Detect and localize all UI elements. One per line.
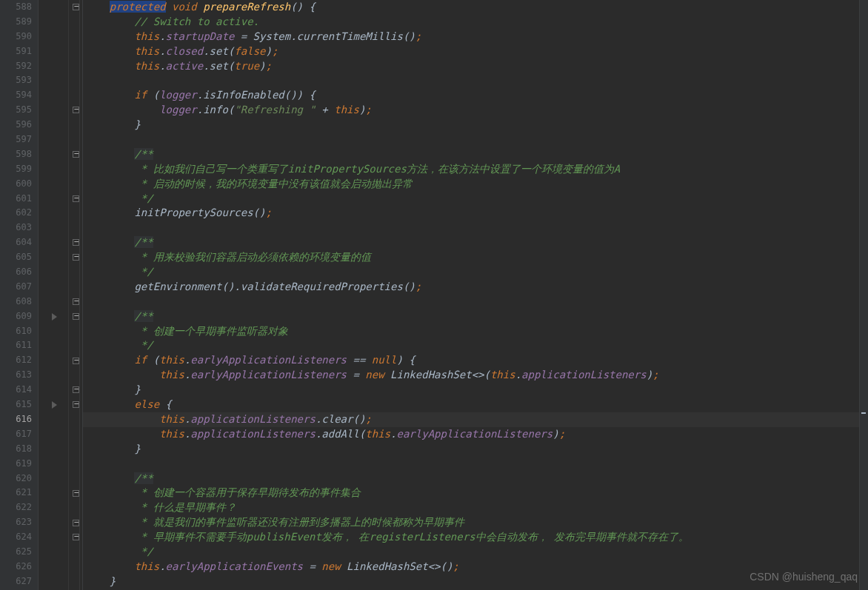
code-line[interactable] xyxy=(83,457,868,472)
line-number[interactable]: 617 xyxy=(0,427,32,442)
bookmark-icon[interactable] xyxy=(52,401,57,409)
code-line[interactable]: */ xyxy=(83,338,868,353)
line-number[interactable]: 611 xyxy=(0,338,32,353)
code-line[interactable]: protected void prepareRefresh() { xyxy=(83,0,868,15)
line-number[interactable]: 610 xyxy=(0,324,32,339)
code-line[interactable]: /** xyxy=(83,147,868,162)
fold-toggle-icon[interactable] xyxy=(73,195,79,202)
code-line[interactable]: */ xyxy=(83,192,868,207)
code-line[interactable]: * 就是我们的事件监听器还没有注册到多播器上的时候都称为早期事件 xyxy=(83,515,868,530)
line-number[interactable]: 602 xyxy=(0,206,32,221)
code-line[interactable]: // Switch to active. xyxy=(83,15,868,30)
code-line[interactable]: /** xyxy=(83,472,868,486)
code-line[interactable] xyxy=(83,133,868,147)
editor[interactable]: 5885895905915925935945955965975985996006… xyxy=(0,0,868,590)
fold-toggle-icon[interactable] xyxy=(73,313,79,320)
line-number[interactable]: 609 xyxy=(0,309,32,324)
line-number[interactable]: 593 xyxy=(0,73,32,88)
fold-toggle-icon[interactable] xyxy=(73,401,79,408)
line-number[interactable]: 598 xyxy=(0,147,32,162)
line-number[interactable]: 612 xyxy=(0,353,32,368)
token: ; xyxy=(415,281,421,292)
line-number-gutter[interactable]: 5885895905915925935945955965975985996006… xyxy=(0,0,39,590)
line-number[interactable]: 614 xyxy=(0,383,32,398)
code-line[interactable]: this.active.set(true); xyxy=(83,59,868,74)
code-line[interactable]: } xyxy=(83,118,868,133)
code-line[interactable]: } xyxy=(83,383,868,398)
line-number[interactable]: 589 xyxy=(0,15,32,30)
line-number[interactable]: 606 xyxy=(0,265,32,280)
line-number[interactable]: 604 xyxy=(0,235,32,250)
fold-toggle-icon[interactable] xyxy=(73,386,79,393)
code-line[interactable] xyxy=(83,295,868,309)
line-number[interactable]: 620 xyxy=(0,472,32,486)
line-number[interactable]: 594 xyxy=(0,88,32,103)
code-line[interactable] xyxy=(83,73,868,88)
line-number[interactable]: 615 xyxy=(0,398,32,412)
code-line[interactable]: * 创建一个容器用于保存早期待发布的事件集合 xyxy=(83,486,868,500)
line-number[interactable]: 591 xyxy=(0,44,32,59)
code-line[interactable]: * 创建一个早期事件监听器对象 xyxy=(83,324,868,339)
code-line[interactable]: } xyxy=(83,442,868,457)
line-number[interactable]: 590 xyxy=(0,30,32,44)
code-line[interactable]: else { xyxy=(83,398,868,412)
code-line[interactable]: /** xyxy=(83,235,868,250)
code-line[interactable]: this.earlyApplicationListeners = new Lin… xyxy=(83,368,868,383)
fold-toggle-icon[interactable] xyxy=(73,358,79,364)
line-number[interactable]: 603 xyxy=(0,221,32,235)
code-line[interactable]: this.applicationListeners.clear(); xyxy=(83,412,868,427)
code-line[interactable]: initPropertySources(); xyxy=(83,206,868,221)
line-number[interactable]: 621 xyxy=(0,486,32,500)
code-line[interactable]: */ xyxy=(83,545,868,560)
code-line[interactable]: this.applicationListeners.addAll(this.ea… xyxy=(83,427,868,442)
line-number[interactable]: 601 xyxy=(0,192,32,207)
fold-gutter[interactable] xyxy=(39,0,83,590)
code-line[interactable]: /** xyxy=(83,309,868,324)
bookmark-icon[interactable] xyxy=(52,313,57,321)
code-area[interactable]: protected void prepareRefresh() { // Swi… xyxy=(83,0,868,590)
line-number[interactable]: 600 xyxy=(0,177,32,192)
code-line[interactable]: if (this.earlyApplicationListeners == nu… xyxy=(83,353,868,368)
fold-toggle-icon[interactable] xyxy=(73,298,79,305)
code-line[interactable]: this.startupDate = System.currentTimeMil… xyxy=(83,30,868,44)
code-line[interactable]: */ xyxy=(83,265,868,280)
line-number[interactable]: 595 xyxy=(0,103,32,118)
code-line[interactable] xyxy=(83,221,868,235)
code-line[interactable]: * 比如我们自己写一个类重写了initPropertySources方法，在该方… xyxy=(83,162,868,177)
line-number[interactable]: 605 xyxy=(0,250,32,265)
fold-toggle-icon[interactable] xyxy=(73,4,79,10)
line-number[interactable]: 616 xyxy=(0,412,32,427)
code-line[interactable]: * 早期事件不需要手动publishEvent发布， 在registerList… xyxy=(83,530,868,545)
line-number[interactable]: 588 xyxy=(0,0,32,15)
code-line[interactable]: this.closed.set(false); xyxy=(83,44,868,59)
fold-toggle-icon[interactable] xyxy=(73,239,79,246)
line-number[interactable]: 624 xyxy=(0,530,32,545)
line-number[interactable]: 613 xyxy=(0,368,32,383)
code-line[interactable]: * 用来校验我们容器启动必须依赖的环境变量的值 xyxy=(83,250,868,265)
line-number[interactable]: 599 xyxy=(0,162,32,177)
line-number[interactable]: 625 xyxy=(0,545,32,560)
code-line[interactable]: * 什么是早期事件？ xyxy=(83,500,868,515)
fold-toggle-icon[interactable] xyxy=(73,151,79,158)
line-number[interactable]: 626 xyxy=(0,560,32,574)
line-number[interactable]: 619 xyxy=(0,457,32,472)
line-number[interactable]: 592 xyxy=(0,59,32,74)
code-line[interactable]: * 启动的时候，我的环境变量中没有该值就会启动抛出异常 xyxy=(83,177,868,192)
line-number[interactable]: 608 xyxy=(0,295,32,309)
fold-toggle-icon[interactable] xyxy=(73,490,79,497)
code-line[interactable]: getEnvironment().validateRequiredPropert… xyxy=(83,280,868,295)
line-number[interactable]: 623 xyxy=(0,515,32,530)
fold-toggle-icon[interactable] xyxy=(73,534,79,540)
line-number[interactable]: 627 xyxy=(0,574,32,589)
line-number[interactable]: 622 xyxy=(0,500,32,515)
line-number[interactable]: 597 xyxy=(0,133,32,147)
line-number[interactable]: 607 xyxy=(0,280,32,295)
fold-toggle-icon[interactable] xyxy=(73,107,79,113)
line-number[interactable]: 596 xyxy=(0,118,32,133)
fold-toggle-icon[interactable] xyxy=(73,254,79,261)
line-number[interactable]: 618 xyxy=(0,442,32,457)
fold-toggle-icon[interactable] xyxy=(73,520,79,526)
code-line[interactable]: if (logger.isInfoEnabled()) { xyxy=(83,88,868,103)
scrollbar-marker-strip[interactable] xyxy=(859,0,868,590)
code-line[interactable]: logger.info("Refreshing " + this); xyxy=(83,103,868,118)
